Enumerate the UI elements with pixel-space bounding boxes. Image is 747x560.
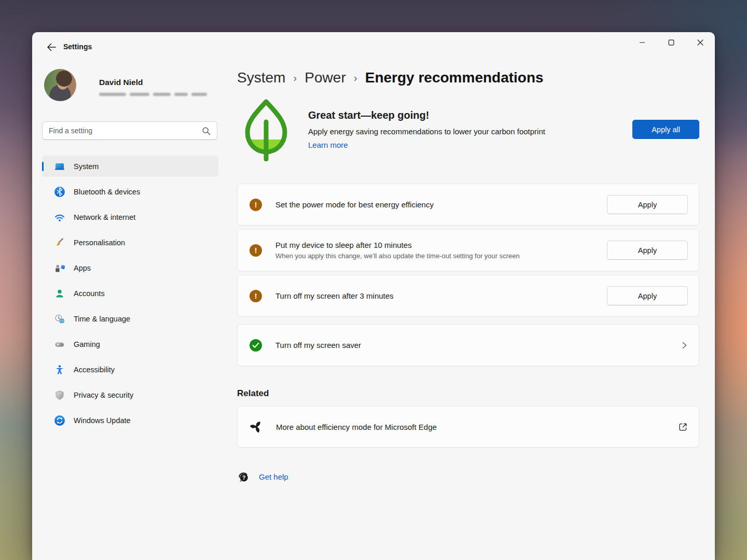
time-language-icon bbox=[54, 314, 65, 324]
breadcrumb-current-page: Energy recommendations bbox=[365, 69, 544, 86]
search-icon bbox=[202, 127, 211, 135]
energy-hero: Great start—keep going! Apply energy sav… bbox=[237, 98, 699, 163]
hero-subtitle: Apply energy saving recommendations to l… bbox=[308, 127, 545, 136]
sidebar-item-gaming[interactable]: Gaming bbox=[42, 333, 218, 355]
get-help-row: ? Get help bbox=[237, 471, 699, 483]
breadcrumb-separator: › bbox=[293, 72, 297, 84]
recommendation-screen-saver[interactable]: Turn off my screen saver bbox=[237, 324, 699, 366]
warning-icon: ! bbox=[250, 199, 262, 211]
search-box bbox=[42, 121, 217, 140]
personalisation-icon bbox=[54, 237, 65, 248]
recommendation-screen-off: ! Turn off my screen after 3 minutes App… bbox=[237, 275, 699, 317]
related-item-label: More about efficiency mode for Microsoft… bbox=[276, 423, 437, 431]
sidebar-item-label: Network & internet bbox=[74, 213, 135, 221]
sidebar-item-label: System bbox=[74, 162, 99, 171]
avatar bbox=[44, 69, 76, 101]
recommendation-list: ! Set the power mode for best energy eff… bbox=[237, 184, 699, 366]
sidebar-nav: System Bluetooth & devices Network & int… bbox=[42, 156, 218, 435]
accessibility-icon bbox=[54, 365, 65, 375]
breadcrumb-power[interactable]: Power bbox=[305, 69, 345, 86]
sidebar-item-label: Time & language bbox=[74, 315, 130, 323]
sidebar-item-label: Personalisation bbox=[74, 239, 125, 247]
account-profile[interactable]: David Nield bbox=[44, 69, 231, 102]
chevron-right-icon bbox=[681, 341, 688, 349]
settings-window: Settings David Nield bbox=[32, 32, 715, 560]
sidebar-item-system[interactable]: System bbox=[42, 156, 218, 177]
recommendation-power-mode: ! Set the power mode for best energy eff… bbox=[237, 184, 699, 226]
recommendation-sleep: ! Put my device to sleep after 10 minute… bbox=[237, 229, 699, 271]
sidebar-item-time-language[interactable]: Time & language bbox=[42, 308, 218, 329]
sidebar-item-privacy-security[interactable]: Privacy & security bbox=[42, 384, 218, 405]
breadcrumb-separator: › bbox=[354, 72, 357, 84]
hero-title: Great start—keep going! bbox=[308, 109, 545, 121]
check-icon bbox=[250, 339, 262, 352]
learn-more-link[interactable]: Learn more bbox=[308, 141, 348, 149]
sidebar-item-label: Accounts bbox=[74, 289, 105, 298]
svg-text:?: ? bbox=[242, 474, 245, 481]
recommendation-subtitle: When you apply this change, we'll also u… bbox=[275, 252, 520, 260]
sidebar-item-label: Privacy & security bbox=[74, 391, 133, 399]
search-input[interactable] bbox=[49, 127, 202, 135]
recommendation-title: Put my device to sleep after 10 minutes bbox=[275, 241, 520, 249]
bluetooth-icon bbox=[54, 187, 65, 197]
recommendation-title: Turn off my screen saver bbox=[275, 341, 361, 349]
breadcrumb: System › Power › Energy recommendations bbox=[237, 69, 699, 86]
apply-button-sleep[interactable]: Apply bbox=[607, 241, 688, 260]
sidebar-item-label: Accessibility bbox=[74, 366, 115, 374]
related-edge-link[interactable]: More about efficiency mode for Microsoft… bbox=[237, 406, 699, 447]
window-title: Settings bbox=[63, 43, 92, 51]
sidebar-item-apps[interactable]: Apps bbox=[42, 257, 218, 278]
sidebar-item-label: Bluetooth & devices bbox=[74, 188, 140, 196]
get-help-link[interactable]: Get help bbox=[259, 472, 288, 481]
recommendation-title: Set the power mode for best energy effic… bbox=[275, 200, 434, 209]
sidebar-item-personalisation[interactable]: Personalisation bbox=[42, 232, 218, 253]
apps-icon bbox=[54, 263, 65, 273]
privacy-security-icon bbox=[54, 390, 65, 400]
sidebar-item-windows-update[interactable]: Windows Update bbox=[42, 410, 218, 431]
get-help-icon: ? bbox=[238, 471, 250, 483]
sidebar-item-label: Apps bbox=[74, 264, 91, 272]
system-icon bbox=[54, 161, 65, 172]
warning-icon: ! bbox=[250, 290, 262, 302]
breadcrumb-system[interactable]: System bbox=[237, 69, 285, 86]
network-icon bbox=[54, 212, 65, 222]
user-name: David Nield bbox=[99, 78, 143, 87]
sidebar-item-bluetooth-devices[interactable]: Bluetooth & devices bbox=[42, 181, 218, 202]
warning-icon: ! bbox=[250, 244, 262, 257]
sidebar-item-label: Gaming bbox=[74, 340, 100, 348]
recommendation-title: Turn off my screen after 3 minutes bbox=[275, 291, 394, 300]
sidebar-item-accessibility[interactable]: Accessibility bbox=[42, 359, 218, 380]
edge-icon bbox=[250, 420, 263, 433]
back-arrow-icon bbox=[47, 43, 56, 53]
sidebar-item-network-internet[interactable]: Network & internet bbox=[42, 206, 218, 228]
related-header: Related bbox=[237, 388, 699, 399]
leaf-icon bbox=[241, 98, 291, 163]
apply-button-power-mode[interactable]: Apply bbox=[607, 195, 688, 214]
main-content: System › Power › Energy recommendations … bbox=[237, 32, 699, 483]
user-email-redacted bbox=[99, 93, 207, 96]
windows-update-icon bbox=[54, 415, 65, 426]
apply-button-screen-off[interactable]: Apply bbox=[607, 286, 688, 305]
selected-accent-bar bbox=[42, 162, 44, 171]
apply-all-button[interactable]: Apply all bbox=[632, 120, 699, 139]
gaming-icon bbox=[54, 339, 65, 349]
external-link-icon bbox=[678, 422, 688, 432]
sidebar-item-label: Windows Update bbox=[74, 416, 131, 425]
back-button[interactable] bbox=[43, 40, 60, 55]
accounts-icon bbox=[54, 288, 65, 299]
sidebar-item-accounts[interactable]: Accounts bbox=[42, 283, 218, 304]
